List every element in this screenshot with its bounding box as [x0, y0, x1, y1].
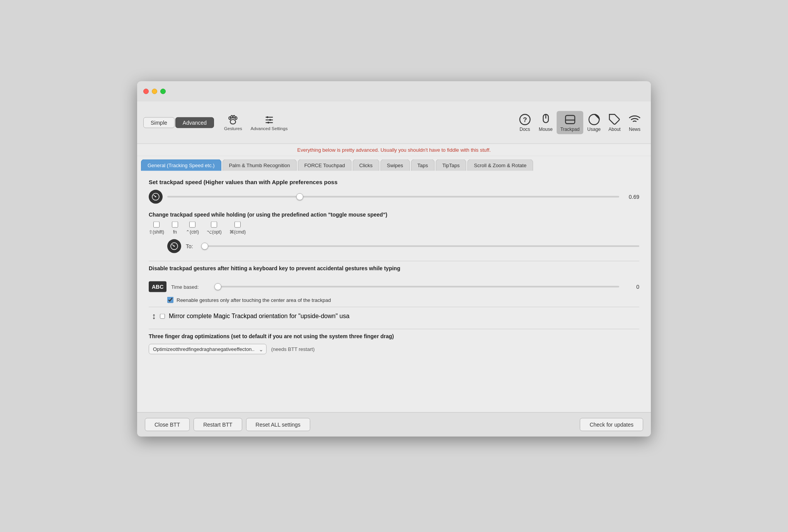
- opt-label: ⌥(opt): [207, 229, 222, 235]
- news-icon: [628, 113, 641, 125]
- mouse-icon-button[interactable]: Mouse: [535, 111, 557, 134]
- content-area: Everything below is pretty advanced. Usu…: [137, 144, 651, 412]
- svg-point-22: [174, 246, 175, 247]
- close-button[interactable]: [143, 88, 149, 94]
- needs-restart-label: (needs BTT restart): [271, 346, 314, 352]
- tracking-speed-slider[interactable]: [167, 196, 619, 198]
- usage-label: Usage: [587, 126, 601, 132]
- mirror-row: ↕ Mirror complete Magic Trackpad orienta…: [152, 311, 639, 321]
- docs-icon: ?: [519, 113, 531, 125]
- about-icon: [608, 113, 621, 125]
- modifier-cmd: ⌘(cmd): [229, 222, 246, 235]
- disable-gestures-row: Disable trackpad gestures after hitting …: [149, 265, 639, 275]
- svg-point-1: [231, 115, 233, 118]
- advanced-settings-icon-button[interactable]: Advanced Settings: [247, 113, 292, 132]
- restart-btt-button[interactable]: Restart BTT: [194, 418, 242, 431]
- change-speed-title: Change trackpad speed while holding (or …: [149, 212, 639, 218]
- simple-mode-button[interactable]: Simple: [143, 117, 175, 128]
- mirror-label: Mirror complete Magic Trackpad orientati…: [169, 313, 350, 320]
- tabs-bar: General (Tracking Speed etc.) Palm & Thu…: [137, 156, 651, 171]
- check-updates-button[interactable]: Check for updates: [580, 418, 643, 431]
- to-label: To:: [186, 243, 197, 249]
- about-icon-button[interactable]: About: [605, 111, 625, 134]
- to-row: To:: [167, 239, 639, 253]
- gestures-icon-button[interactable]: Gestures: [220, 113, 246, 132]
- svg-text:?: ?: [523, 116, 527, 124]
- mirror-checkbox[interactable]: [160, 313, 165, 319]
- usage-icon-button[interactable]: Usage: [583, 111, 605, 134]
- close-btt-button[interactable]: Close BTT: [145, 418, 190, 431]
- speed-gauge-icon-2: [167, 239, 181, 253]
- svg-point-3: [235, 117, 237, 119]
- dropdown-row: Optimizeotthredfingedraghanegativeeffect…: [149, 344, 639, 354]
- footer: Close BTT Restart BTT Reset ALL settings…: [137, 412, 651, 437]
- tab-general[interactable]: General (Tracking Speed etc.): [141, 159, 221, 171]
- warning-bar: Everything below is pretty advanced. Usu…: [137, 144, 651, 156]
- main-window: Simple Advanced Gestures: [137, 81, 651, 437]
- reenable-checkbox[interactable]: [167, 297, 173, 303]
- traffic-lights: [143, 88, 166, 94]
- shift-checkbox[interactable]: [153, 222, 160, 228]
- modifier-fn: fn: [172, 222, 178, 235]
- trackpad-icon-button[interactable]: Trackpad: [557, 111, 584, 134]
- tracking-speed-slider-container: [167, 193, 619, 201]
- opt-checkbox[interactable]: [211, 222, 217, 228]
- fn-checkbox[interactable]: [172, 222, 178, 228]
- tab-swipes[interactable]: Swipes: [380, 159, 410, 171]
- reenable-row: Reenable gestures only after touching th…: [167, 297, 639, 303]
- news-icon-button[interactable]: News: [625, 111, 645, 134]
- three-finger-dropdown-wrapper: Optimizeotthredfingedraghanegativeeffect…: [149, 344, 267, 354]
- time-based-label: Time based:: [171, 284, 210, 290]
- tab-taps[interactable]: Taps: [411, 159, 435, 171]
- usage-icon: [588, 113, 600, 125]
- disable-gestures-title: Disable trackpad gestures after hitting …: [149, 265, 639, 271]
- tab-palm[interactable]: Palm & Thumb Recognition: [222, 159, 297, 171]
- cmd-checkbox[interactable]: [234, 222, 241, 228]
- trackpad-icon: [564, 113, 576, 125]
- abc-icon: ABC: [149, 281, 166, 292]
- mouse-icon: [540, 113, 552, 125]
- three-finger-dropdown[interactable]: Optimizeotthredfingedraghanegativeeffect…: [149, 344, 267, 354]
- minimize-button[interactable]: [152, 88, 157, 94]
- toolbar-top-row: Simple Advanced Gestures: [143, 111, 645, 134]
- tab-tiptaps[interactable]: TipTaps: [436, 159, 466, 171]
- svg-rect-14: [566, 115, 575, 123]
- three-finger-title: Three finger drag optimizations (set to …: [149, 333, 639, 339]
- maximize-button[interactable]: [160, 88, 166, 94]
- divider-3: [149, 329, 639, 329]
- docs-icon-button[interactable]: ? Docs: [515, 111, 535, 134]
- toolbar: Simple Advanced Gestures: [137, 102, 651, 144]
- time-based-slider[interactable]: [214, 286, 619, 288]
- ctrl-checkbox[interactable]: [189, 222, 195, 228]
- toolbar-icon-group: Gestures Advanced Settings: [220, 113, 292, 132]
- fn-label: fn: [173, 229, 177, 235]
- paw-icon: [228, 114, 238, 125]
- svg-point-2: [233, 115, 235, 118]
- svg-point-9: [267, 122, 269, 124]
- speed-gauge-icon: [149, 190, 163, 204]
- svg-point-8: [269, 119, 271, 121]
- tab-scroll[interactable]: Scroll & Zoom & Rotate: [467, 159, 533, 171]
- advanced-settings-label: Advanced Settings: [251, 126, 288, 130]
- sliders-icon: [264, 114, 275, 125]
- titlebar: [137, 81, 651, 102]
- three-finger-section: Three finger drag optimizations (set to …: [149, 333, 639, 354]
- warning-text: Everything below is pretty advanced. Usu…: [297, 147, 491, 153]
- tracking-speed-title: Set trackpad speed (Higher values than w…: [149, 179, 639, 185]
- modifier-shift: ⇧(shift): [149, 222, 164, 235]
- advanced-mode-button[interactable]: Advanced: [175, 117, 214, 128]
- divider-1: [149, 261, 639, 261]
- svg-point-0: [229, 117, 231, 119]
- tab-force[interactable]: FORCE Touchpad: [298, 159, 352, 171]
- tracking-speed-row: 0.69: [149, 190, 639, 204]
- time-based-slider-container: [214, 283, 619, 291]
- tab-clicks[interactable]: Clicks: [353, 159, 379, 171]
- cmd-label: ⌘(cmd): [229, 229, 246, 235]
- to-slider[interactable]: [201, 246, 639, 247]
- mode-buttons: Simple Advanced: [143, 117, 214, 128]
- svg-point-20: [155, 196, 156, 197]
- mouse-label: Mouse: [539, 126, 553, 132]
- reset-all-button[interactable]: Reset ALL settings: [246, 418, 310, 431]
- svg-point-7: [267, 116, 268, 118]
- to-slider-container: [201, 242, 639, 250]
